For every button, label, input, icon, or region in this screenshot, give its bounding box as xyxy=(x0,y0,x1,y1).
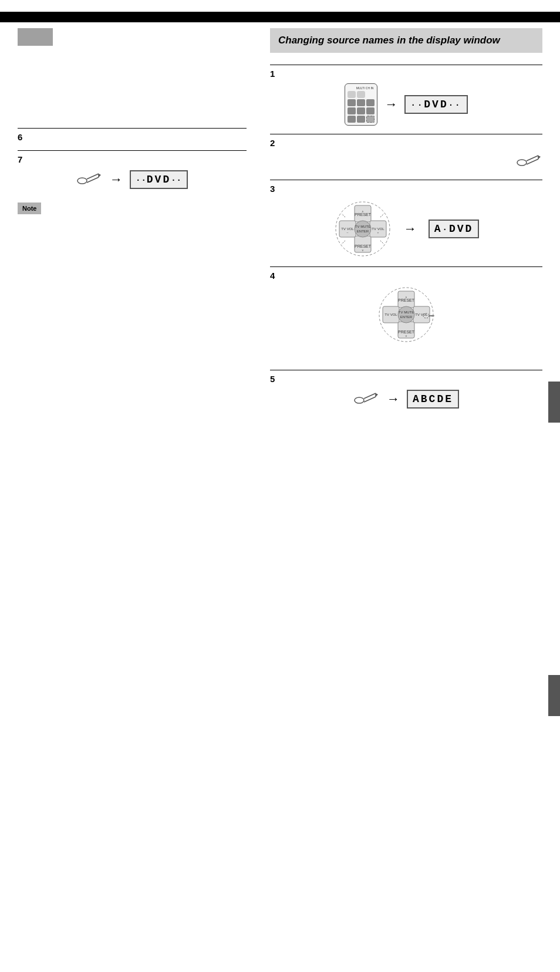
step4-dpad-area: PRESET ∧ PRESET ∨ TV VOL TV VOL TV MUTE … xyxy=(270,285,542,350)
gray-placeholder-top xyxy=(18,28,53,46)
step3-number: 3 xyxy=(270,184,542,194)
step2-number: 2 xyxy=(270,138,542,148)
step7-arrow: → xyxy=(110,172,123,187)
pen-icon xyxy=(76,169,103,190)
step5-illustration: → ABCDE xyxy=(270,389,542,409)
step1-arrow: → xyxy=(384,97,397,112)
step1-section: 1 MULTI CH IN xyxy=(270,65,542,126)
remote-control-grid: MULTI CH IN xyxy=(345,83,377,126)
svg-line-27 xyxy=(380,214,384,217)
remote-btn-r2c3 xyxy=(366,99,375,106)
step5-section: 5 → ABCDE xyxy=(270,370,542,409)
dpad-icon-step4: PRESET ∧ PRESET ∨ TV VOL TV VOL TV MUTE … xyxy=(377,285,436,350)
remote-btn-r2c2 xyxy=(357,99,365,106)
side-tab-1 xyxy=(548,382,560,423)
step5-arrow: → xyxy=(387,392,400,407)
svg-point-0 xyxy=(77,178,87,184)
pen-icon-step2 xyxy=(516,151,542,171)
step6-section: 6 xyxy=(18,128,247,142)
svg-line-29 xyxy=(380,241,384,244)
remote-btn-top1 xyxy=(348,91,356,98)
remote-btn-r3c2 xyxy=(357,107,365,114)
remote-label: MULTI CH IN xyxy=(348,86,375,90)
svg-marker-9 xyxy=(538,156,541,159)
step4-number: 4 xyxy=(270,271,542,281)
left-column: 6 7 → ·· xyxy=(18,28,258,417)
svg-point-35 xyxy=(398,306,414,323)
top-bar xyxy=(0,12,560,22)
step3-dpad-area: PRESET ∧ PRESET ∨ TV VOL – TV VOL + TV M… xyxy=(270,200,542,258)
remote-btn-empty xyxy=(366,91,375,98)
svg-point-15 xyxy=(355,221,371,237)
svg-text:PRESET: PRESET xyxy=(355,244,372,248)
step7-section: 7 → ··DVD·· xyxy=(18,150,247,190)
left-description-area xyxy=(18,58,247,128)
page-title: Changing source names in the display win… xyxy=(278,34,534,47)
note-box: Note xyxy=(18,203,41,214)
step4-section: 4 PRESET ∧ PRESET ∨ TV VOL xyxy=(270,266,542,350)
step3-arrow: → xyxy=(404,221,417,237)
remote-btn-r3c3 xyxy=(366,107,375,114)
svg-text:PRESET: PRESET xyxy=(398,330,415,334)
step5-number: 5 xyxy=(270,374,542,384)
lcd-dvd-display-left: ··DVD·· xyxy=(130,170,188,189)
svg-text:TV MUTE: TV MUTE xyxy=(399,310,414,314)
svg-text:ENTER: ENTER xyxy=(357,230,369,233)
svg-text:∨: ∨ xyxy=(362,248,364,252)
svg-marker-4 xyxy=(99,174,101,177)
title-block: Changing source names in the display win… xyxy=(270,28,542,53)
step2-illustration xyxy=(270,151,542,171)
svg-point-5 xyxy=(517,160,527,166)
remote-btn-r4c2 xyxy=(357,116,365,123)
side-tab-2 xyxy=(548,675,560,716)
svg-text:∧: ∧ xyxy=(362,210,364,213)
content-area: 6 7 → ·· xyxy=(0,28,560,417)
svg-text:TV MUTE: TV MUTE xyxy=(355,225,370,228)
step6-number: 6 xyxy=(18,132,247,142)
remote-btn-r3c1 xyxy=(348,107,356,114)
svg-text:+: + xyxy=(377,231,379,234)
step7-number: 7 xyxy=(18,154,247,164)
svg-marker-49 xyxy=(376,393,378,397)
right-column: Changing source names in the display win… xyxy=(258,28,542,417)
step1-illustration: MULTI CH IN xyxy=(270,83,542,126)
svg-text:–: – xyxy=(346,231,348,234)
note-text-area xyxy=(18,219,247,237)
svg-text:∨: ∨ xyxy=(405,334,407,338)
svg-text:PRESET: PRESET xyxy=(355,212,372,217)
svg-text:PRESET: PRESET xyxy=(398,298,415,302)
svg-line-26 xyxy=(342,214,345,217)
svg-line-28 xyxy=(342,241,345,244)
remote-btn-r4c3-active xyxy=(366,116,375,123)
remote-btn-top2 xyxy=(357,91,365,98)
step7-illustration: → ··DVD·· xyxy=(18,169,247,190)
remote-btn-r2c1 xyxy=(348,99,356,106)
lcd-advd-display: A·DVD xyxy=(429,220,480,238)
step3-section: 3 PRESET xyxy=(270,180,542,258)
remote-grid-inner xyxy=(348,91,375,123)
lcd-abcde-display: ABCDE xyxy=(407,390,459,409)
step1-number: 1 xyxy=(270,69,542,79)
svg-text:TV VOL: TV VOL xyxy=(384,313,397,316)
svg-text:ENTER: ENTER xyxy=(400,315,413,319)
note-label: Note xyxy=(22,205,36,212)
pen-icon-step5 xyxy=(353,389,380,409)
dpad-icon-step3: PRESET ∧ PRESET ∨ TV VOL – TV VOL + TV M… xyxy=(333,200,392,258)
page-container: 6 7 → ·· xyxy=(0,0,560,972)
svg-point-45 xyxy=(355,397,364,403)
lcd-dvd-display-step1: ··DVD·· xyxy=(404,95,467,114)
spacer-step4-5 xyxy=(270,358,542,370)
svg-text:∧: ∧ xyxy=(405,295,407,299)
remote-btn-r4c1 xyxy=(348,116,356,123)
step2-section: 2 xyxy=(270,134,542,171)
